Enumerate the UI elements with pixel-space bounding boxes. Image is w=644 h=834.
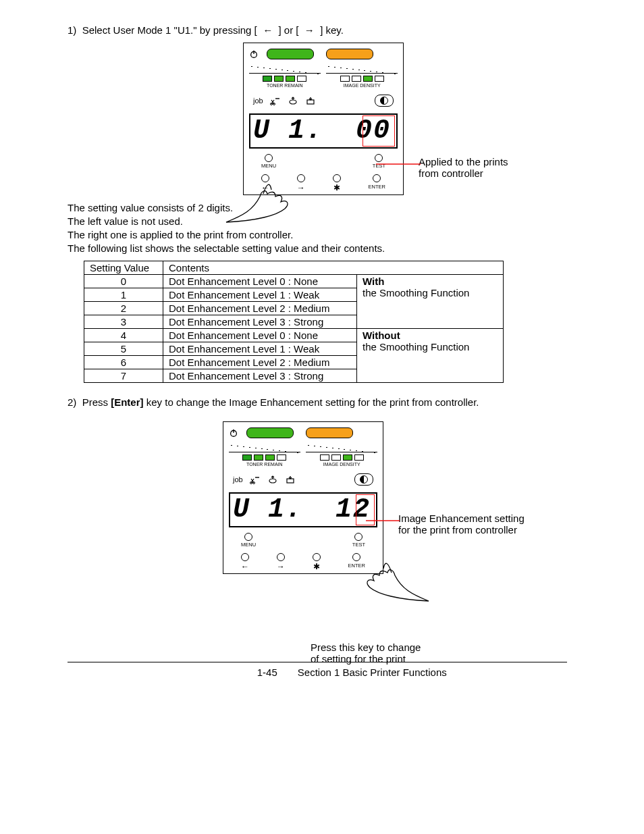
test-button[interactable]: TEST	[352, 533, 365, 548]
power-icon	[249, 49, 259, 59]
ready-led	[267, 49, 314, 59]
back-button[interactable]: ←	[241, 553, 249, 571]
error-led	[326, 49, 373, 59]
table-header-row: Setting Value Contents	[84, 261, 504, 275]
panel2-below-caption: Press this key to change of setting for …	[311, 642, 421, 664]
table-row: 4Dot Enhancement Level 0 : None Withoutt…	[84, 329, 504, 342]
svg-rect-12	[287, 479, 294, 483]
indicator-row: job	[249, 95, 398, 107]
lcd-left: U 1.	[250, 118, 326, 145]
step1-text1: Select User Mode 1 "U1." by pressing [	[82, 24, 257, 36]
cut-icon	[270, 96, 281, 105]
lcd-display: U 1. 00	[249, 113, 398, 149]
image-density-gauge: IMAGE DENSITY	[306, 444, 377, 467]
table-row: 0Dot Enhancement Level 0 : None Withthe …	[84, 275, 504, 288]
star-button[interactable]: ✱	[313, 553, 321, 571]
th-contents: Contents	[163, 261, 504, 275]
toner-remain-gauge: TONER REMAIN	[249, 65, 321, 88]
image-density-gauge: IMAGE DENSITY	[326, 65, 398, 88]
section-title: Section 1 Basic Printer Functions	[298, 667, 447, 678]
lcd-display: U 1. 12	[229, 492, 377, 527]
panel1-callout: Applied to the prints from controller	[419, 156, 508, 179]
contrast-button[interactable]	[354, 473, 373, 486]
left-arrow-icon: ←	[263, 24, 273, 36]
indicator-row: job	[229, 473, 377, 486]
control-panel: TONER REMAIN IMAGE DENSITY job	[243, 43, 404, 195]
toner-remain-gauge: TONER REMAIN	[229, 444, 300, 467]
svg-point-4	[290, 100, 296, 104]
panel1-figure: TONER REMAIN IMAGE DENSITY job	[243, 43, 635, 195]
roll-icon	[288, 96, 298, 105]
group-with: Withthe Smoothing Function	[357, 275, 504, 329]
lcd-left: U 1.	[230, 496, 306, 523]
page-number: 1-45	[68, 667, 298, 678]
output-icon	[305, 96, 316, 105]
contrast-button[interactable]	[375, 95, 394, 107]
enter-button[interactable]: ENTER	[369, 174, 385, 192]
enter-button[interactable]: ENTER	[348, 553, 365, 571]
job-label: job	[233, 475, 243, 484]
group-without: Withoutthe Smoothing Function	[357, 329, 504, 383]
test-button[interactable]: TEST	[373, 154, 385, 169]
panel2-callout: Image Enhancement setting for the print …	[398, 513, 525, 536]
right-arrow-icon: →	[304, 24, 315, 36]
step1-text3: ] key.	[320, 24, 344, 36]
setting-value-table: Setting Value Contents 0Dot Enhancement …	[84, 261, 504, 383]
forward-button[interactable]: →	[297, 174, 305, 192]
svg-rect-5	[307, 100, 314, 104]
job-label: job	[253, 97, 263, 105]
error-led	[306, 427, 353, 438]
roll-icon	[267, 475, 278, 484]
svg-point-11	[269, 479, 276, 483]
star-button[interactable]: ✱	[333, 174, 341, 192]
menu-button[interactable]: MENU	[261, 154, 276, 169]
power-icon	[229, 428, 238, 438]
ready-led	[246, 427, 294, 438]
step2-line: 2) Press [Enter] key to change the Image…	[68, 396, 567, 408]
output-icon	[285, 475, 296, 484]
cut-icon	[250, 475, 261, 484]
forward-button[interactable]: →	[277, 553, 285, 571]
menu-button[interactable]: MENU	[241, 533, 256, 548]
step2-num: 2)	[68, 396, 76, 408]
highlight-box	[363, 115, 395, 147]
th-setting-value: Setting Value	[84, 261, 163, 275]
control-panel: TONER REMAIN IMAGE DENSITY job	[223, 421, 383, 574]
step1-line: 1) Select User Mode 1 "U1." by pressing …	[68, 24, 567, 36]
step1-num: 1)	[68, 24, 76, 36]
panel2-figure: TONER REMAIN IMAGE DENSITY job	[223, 421, 614, 574]
description-block: The setting value consists of 2 digits. …	[68, 202, 567, 254]
step1-text2: ] or [	[278, 24, 298, 36]
back-button[interactable]: ←	[261, 174, 269, 192]
